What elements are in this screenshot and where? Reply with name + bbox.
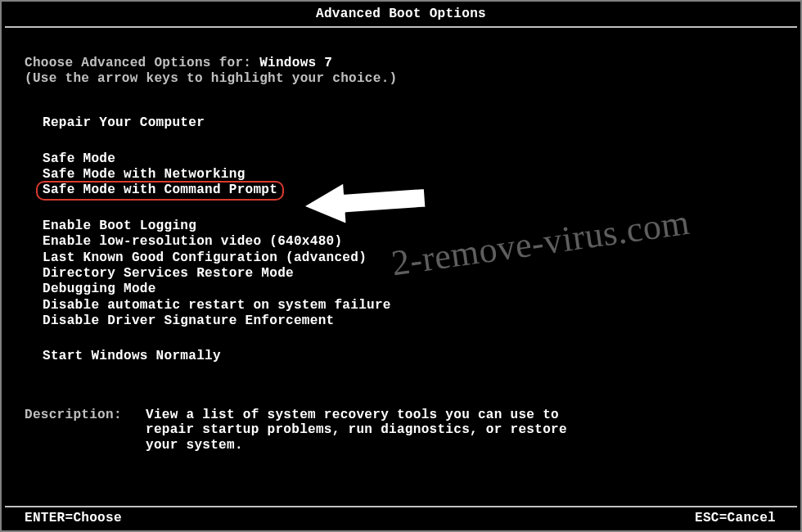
boot-menu: Repair Your Computer Safe Mode Safe Mode… — [25, 115, 800, 365]
footer: ENTER=Choose ESC=Cancel — [5, 506, 797, 525]
menu-gap — [43, 199, 800, 219]
description-text: View a list of system recovery tools you… — [146, 408, 604, 453]
menu-item-debugging[interactable]: Debugging Mode — [43, 282, 800, 297]
menu-item-boot-logging[interactable]: Enable Boot Logging — [43, 219, 800, 234]
hint-line: (Use the arrow keys to highlight your ch… — [25, 71, 800, 86]
footer-enter: ENTER=Choose — [25, 511, 122, 525]
menu-item-lkgc[interactable]: Last Known Good Configuration (advanced) — [43, 250, 800, 266]
menu-item-disable-driver-sig[interactable]: Disable Driver Signature Enforcement — [43, 313, 800, 329]
content-area: Choose Advanced Options for: Windows 7 (… — [2, 28, 800, 453]
menu-item-highlighted-wrap: Safe Mode with Command Prompt — [43, 183, 277, 198]
menu-item-safe-mode-networking[interactable]: Safe Mode with Networking — [43, 167, 800, 183]
menu-item-dsrm[interactable]: Directory Services Restore Mode — [43, 266, 800, 282]
os-name: Windows 7 — [259, 56, 332, 70]
description-label: Description: — [25, 408, 123, 453]
prompt-line: Choose Advanced Options for: Windows 7 — [25, 56, 800, 70]
menu-item-safe-mode-cmd[interactable]: Safe Mode with Command Prompt — [43, 183, 277, 198]
footer-esc: ESC=Cancel — [695, 511, 776, 525]
menu-item-repair[interactable]: Repair Your Computer — [43, 115, 800, 131]
menu-item-start-normally[interactable]: Start Windows Normally — [43, 349, 800, 364]
page-title: Advanced Boot Options — [2, 2, 800, 25]
menu-item-low-res[interactable]: Enable low-resolution video (640x480) — [43, 234, 800, 250]
menu-gap — [43, 329, 800, 349]
description-block: Description: View a list of system recov… — [25, 408, 800, 453]
menu-item-disable-auto-restart[interactable]: Disable automatic restart on system fail… — [43, 298, 800, 313]
menu-gap — [43, 132, 800, 151]
prompt-text: Choose Advanced Options for: — [25, 56, 259, 70]
menu-item-safe-mode[interactable]: Safe Mode — [43, 151, 800, 167]
